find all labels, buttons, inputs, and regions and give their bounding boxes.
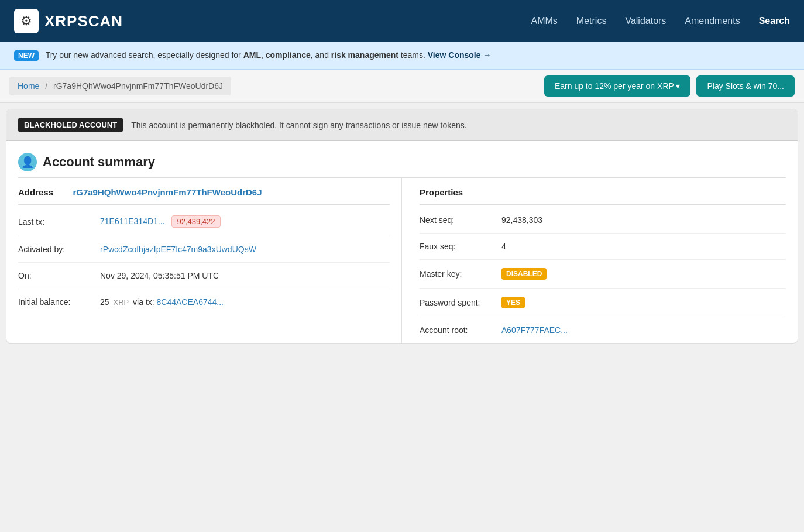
- action-buttons: Earn up to 12% per year on XRP ▾ Play Sl…: [544, 75, 795, 97]
- master-key-disabled-badge: DISABLED: [501, 268, 547, 280]
- left-column: Address rG7a9HQhWwo4PnvjnmFm77ThFWeoUdrD…: [18, 178, 402, 343]
- logo-icon: ⚙: [14, 9, 39, 33]
- on-label: On:: [18, 271, 88, 280]
- initial-balance-value: 25 XRP via tx: 8C44ACEA6744...: [100, 297, 224, 307]
- breadcrumb-address: rG7a9HQhWwo4PnvjnmFm77ThFWeoUdrD6J: [53, 81, 223, 91]
- account-root-value: A607F777FAEC...: [501, 325, 568, 335]
- faux-seq-label: Faux seq:: [420, 242, 490, 251]
- activated-by-label: Activated by:: [18, 245, 88, 254]
- password-spent-badge: YES: [501, 297, 525, 308]
- faux-seq-row: Faux seq: 4: [420, 234, 786, 260]
- last-tx-seq-badge: 92,439,422: [171, 215, 220, 228]
- account-root-row: Account root: A607F777FAEC...: [420, 317, 786, 343]
- right-column: Properties Next seq: 92,438,303 Faux seq…: [402, 178, 786, 343]
- view-console-link[interactable]: View Console →: [428, 50, 492, 60]
- next-seq-value: 92,438,303: [501, 215, 542, 225]
- logo-text: XRPSCAN: [44, 12, 123, 30]
- last-tx-label: Last tx:: [18, 217, 88, 226]
- last-tx-row: Last tx: 71E611E314D1... 92,439,422: [18, 207, 390, 236]
- play-slots-button[interactable]: Play Slots & win 70...: [696, 75, 795, 97]
- password-spent-value: YES: [501, 297, 525, 308]
- nav-search[interactable]: Search: [759, 16, 790, 26]
- main-nav: AMMs Metrics Validators Amendments Searc…: [531, 16, 791, 26]
- banner-text: Try our new advanced search, especially …: [46, 50, 428, 60]
- nav-amendments[interactable]: Amendments: [685, 16, 740, 26]
- initial-balance-label: Initial balance:: [18, 297, 88, 307]
- section-title-text: Account summary: [43, 155, 155, 170]
- next-seq-label: Next seq:: [420, 215, 490, 225]
- activated-by-value: rPwcdZcofhjazfpEF7fc47m9a3xUwdUQsW: [100, 245, 256, 254]
- main-content: BLACKHOLED ACCOUNT This account is perma…: [6, 109, 798, 344]
- xrp-unit: XRP: [113, 298, 129, 307]
- nav-metrics[interactable]: Metrics: [576, 16, 607, 26]
- account-address-link[interactable]: rG7a9HQhWwo4PnvjnmFm77ThFWeoUdrD6J: [73, 187, 262, 197]
- next-seq-row: Next seq: 92,438,303: [420, 207, 786, 234]
- on-value: Nov 29, 2024, 05:35:51 PM UTC: [100, 271, 219, 280]
- master-key-row: Master key: DISABLED: [420, 260, 786, 289]
- activated-by-row: Activated by: rPwcdZcofhjazfpEF7fc47m9a3…: [18, 236, 390, 263]
- faux-seq-value: 4: [501, 242, 506, 251]
- master-key-value: DISABLED: [501, 268, 547, 280]
- activated-by-link[interactable]: rPwcdZcofhjazfpEF7fc47m9a3xUwdUQsW: [100, 245, 256, 254]
- header: ⚙ XRPSCAN AMMs Metrics Validators Amendm…: [0, 0, 804, 42]
- breadcrumb: Home / rG7a9HQhWwo4PnvjnmFm77ThFWeoUdrD6…: [9, 77, 231, 95]
- last-tx-value: 71E611E314D1... 92,439,422: [100, 215, 221, 228]
- blackholed-badge: BLACKHOLED ACCOUNT: [18, 118, 123, 132]
- logo-area: ⚙ XRPSCAN: [14, 9, 123, 33]
- breadcrumb-home[interactable]: Home: [18, 81, 39, 91]
- earn-xrp-button[interactable]: Earn up to 12% per year on XRP ▾: [544, 75, 691, 97]
- blackholed-banner: BLACKHOLED ACCOUNT This account is perma…: [6, 109, 798, 141]
- breadcrumb-row: Home / rG7a9HQhWwo4PnvjnmFm77ThFWeoUdrD6…: [0, 70, 804, 103]
- account-icon: 👤: [18, 153, 37, 171]
- initial-balance-tx-link[interactable]: 8C44ACEA6744...: [157, 297, 224, 307]
- right-col-header: Properties: [420, 178, 786, 205]
- account-root-label: Account root:: [420, 325, 490, 335]
- blackholed-description: This account is permanently blackholed. …: [131, 121, 467, 130]
- password-spent-label: Password spent:: [420, 298, 490, 307]
- via-tx-label: via tx:: [133, 297, 154, 307]
- breadcrumb-separator: /: [45, 81, 47, 91]
- initial-balance-row: Initial balance: 25 XRP via tx: 8C44ACEA…: [18, 289, 390, 315]
- account-root-link[interactable]: A607F777FAEC...: [501, 325, 568, 335]
- left-col-header: Address rG7a9HQhWwo4PnvjnmFm77ThFWeoUdrD…: [18, 178, 390, 205]
- section-title: 👤 Account summary: [6, 141, 798, 177]
- balance-amount: 25: [100, 297, 109, 307]
- new-badge: NEW: [14, 50, 39, 61]
- nav-validators[interactable]: Validators: [625, 16, 666, 26]
- nav-amms[interactable]: AMMs: [531, 16, 558, 26]
- on-row: On: Nov 29, 2024, 05:35:51 PM UTC: [18, 263, 390, 289]
- promo-banner: NEW Try our new advanced search, especia…: [0, 42, 804, 70]
- password-spent-row: Password spent: YES: [420, 289, 786, 317]
- last-tx-link[interactable]: 71E611E314D1...: [100, 217, 165, 226]
- account-grid: Address rG7a9HQhWwo4PnvjnmFm77ThFWeoUdrD…: [18, 177, 786, 343]
- master-key-label: Master key:: [420, 269, 490, 279]
